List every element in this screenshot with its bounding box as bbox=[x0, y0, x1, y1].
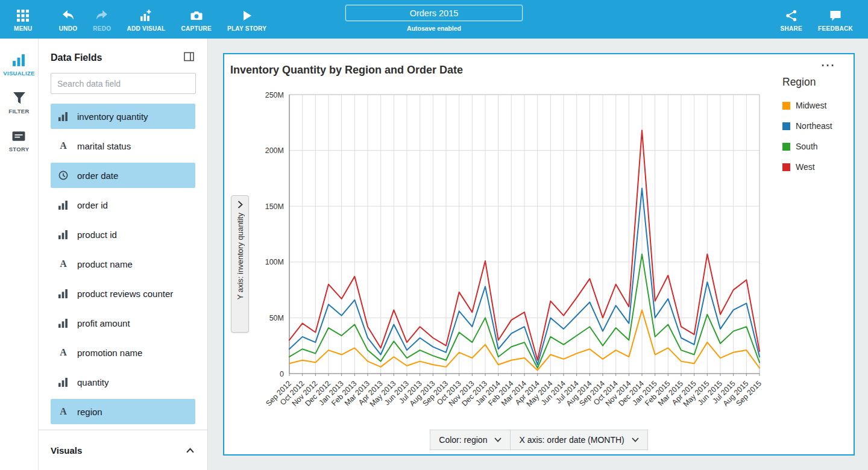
metric-icon bbox=[51, 378, 72, 387]
field-row[interactable]: A region bbox=[51, 399, 195, 424]
undo-button[interactable]: UNDO bbox=[51, 4, 86, 36]
filter-funnel-icon bbox=[13, 92, 26, 104]
play-story-label: PLAY STORY bbox=[227, 25, 266, 32]
field-row[interactable]: product reviews counter bbox=[51, 281, 195, 306]
color-field-dropdown[interactable]: Color: region bbox=[430, 430, 511, 450]
autosave-status: Autosave enabled bbox=[407, 25, 461, 32]
menu-button[interactable]: MENU bbox=[6, 4, 40, 36]
svg-text:250M: 250M bbox=[265, 91, 284, 99]
add-visual-icon bbox=[140, 10, 152, 22]
date-icon bbox=[51, 171, 72, 180]
data-fields-title: Data Fields bbox=[51, 52, 102, 63]
collapse-panel-button[interactable] bbox=[183, 51, 195, 64]
x-axis-field-dropdown[interactable]: X axis: order date (MONTH) bbox=[511, 430, 647, 450]
quicksight-app: MENU UNDO REDO ADD VISUAL bbox=[0, 0, 868, 470]
left-nav-rail: VISUALIZE FILTER STORY bbox=[0, 39, 39, 470]
share-icon bbox=[785, 10, 797, 22]
chevron-up-icon bbox=[186, 448, 194, 453]
legend-item[interactable]: Midwest bbox=[782, 101, 832, 110]
metric-icon bbox=[51, 319, 72, 328]
menu-grid-icon bbox=[17, 10, 29, 22]
legend-title: Region bbox=[782, 76, 832, 89]
field-row[interactable]: product id bbox=[51, 222, 195, 247]
story-label: STORY bbox=[9, 146, 30, 152]
undo-icon bbox=[62, 10, 74, 22]
visual-controls: Color: region X axis: order date (MONTH) bbox=[224, 430, 854, 450]
search-data-field-input[interactable] bbox=[51, 73, 196, 94]
chevron-down-icon bbox=[494, 437, 502, 442]
visuals-section-header[interactable]: Visuals bbox=[39, 430, 207, 470]
svg-text:50M: 50M bbox=[269, 314, 284, 322]
field-row[interactable]: A product name bbox=[51, 251, 195, 277]
redo-label: REDO bbox=[93, 25, 111, 32]
svg-text:0: 0 bbox=[280, 370, 284, 378]
metric-icon bbox=[51, 112, 72, 121]
visual-card[interactable]: Inventory Quantity by Region and Order D… bbox=[223, 53, 855, 456]
story-board-icon bbox=[12, 130, 25, 142]
redo-icon bbox=[96, 10, 108, 22]
legend-swatch-south bbox=[782, 143, 790, 151]
tab-story[interactable]: STORY bbox=[9, 130, 30, 152]
play-story-button[interactable]: PLAY STORY bbox=[219, 4, 274, 36]
capture-button[interactable]: CAPTURE bbox=[174, 4, 219, 36]
field-row[interactable]: inventory quantity bbox=[51, 104, 195, 129]
redo-button[interactable]: REDO bbox=[85, 4, 119, 36]
field-row[interactable]: profit amount bbox=[51, 310, 195, 336]
text-icon: A bbox=[51, 407, 72, 416]
legend-item[interactable]: South bbox=[782, 142, 832, 151]
tab-filter[interactable]: FILTER bbox=[8, 92, 29, 114]
legend-swatch-midwest bbox=[782, 102, 790, 110]
legend-swatch-west bbox=[782, 163, 790, 171]
y-axis-tab-label: Y axis: inventory quantity bbox=[236, 213, 245, 299]
menu-label: MENU bbox=[14, 25, 33, 32]
visualize-label: VISUALIZE bbox=[3, 70, 34, 77]
text-icon: A bbox=[51, 141, 72, 151]
legend-item[interactable]: Northeast bbox=[782, 121, 832, 131]
legend-item[interactable]: West bbox=[782, 162, 832, 172]
topbar-center: Orders 2015 Autosave enabled bbox=[345, 5, 523, 32]
y-axis-expander[interactable]: Y axis: inventory quantity bbox=[231, 195, 249, 333]
data-fields-panel: Data Fields inventory quantity A marital… bbox=[39, 39, 208, 470]
feedback-bubble-icon bbox=[829, 10, 841, 22]
field-row[interactable]: A marital status bbox=[51, 133, 195, 158]
field-row[interactable]: A promotion name bbox=[51, 340, 195, 365]
feedback-label: FEEDBACK bbox=[818, 25, 853, 32]
sheet-canvas: Inventory Quantity by Region and Order D… bbox=[208, 39, 868, 470]
collapse-panel-icon bbox=[184, 52, 194, 61]
topbar-left-group: MENU UNDO REDO ADD VISUAL bbox=[0, 4, 274, 36]
metric-icon bbox=[51, 289, 72, 298]
text-icon: A bbox=[51, 259, 72, 269]
share-label: SHARE bbox=[781, 25, 803, 32]
metric-icon bbox=[51, 230, 72, 239]
field-list: inventory quantity A marital status orde… bbox=[39, 104, 207, 424]
filter-label: FILTER bbox=[8, 108, 29, 114]
topbar-right-group: SHARE FEEDBACK bbox=[773, 4, 868, 36]
feedback-button[interactable]: FEEDBACK bbox=[810, 4, 861, 36]
share-button[interactable]: SHARE bbox=[773, 4, 811, 36]
svg-text:100M: 100M bbox=[265, 258, 284, 266]
visual-title: Inventory Quantity by Region and Order D… bbox=[230, 64, 463, 77]
sheet-title-input[interactable]: Orders 2015 bbox=[345, 5, 523, 21]
text-icon: A bbox=[51, 348, 72, 357]
topbar: MENU UNDO REDO ADD VISUAL bbox=[0, 0, 868, 39]
chevron-down-icon bbox=[632, 437, 639, 442]
field-row[interactable]: order date bbox=[51, 163, 195, 188]
field-row[interactable]: order id bbox=[51, 192, 195, 218]
field-row[interactable]: quantity bbox=[51, 369, 195, 395]
metric-icon bbox=[51, 201, 72, 210]
add-visual-button[interactable]: ADD VISUAL bbox=[119, 4, 173, 36]
legend-swatch-northeast bbox=[782, 122, 790, 130]
play-icon bbox=[241, 10, 253, 22]
visualize-bars-icon bbox=[12, 54, 25, 66]
capture-label: CAPTURE bbox=[181, 25, 212, 32]
chevron-right-icon bbox=[237, 201, 243, 208]
svg-text:150M: 150M bbox=[265, 202, 284, 211]
svg-text:200M: 200M bbox=[265, 146, 284, 155]
tab-visualize[interactable]: VISUALIZE bbox=[3, 54, 34, 77]
undo-label: UNDO bbox=[59, 25, 78, 32]
visual-more-menu-button[interactable]: ⋯ bbox=[818, 55, 838, 75]
add-visual-label: ADD VISUAL bbox=[127, 25, 165, 32]
capture-camera-icon bbox=[190, 10, 203, 22]
legend: Region Midwest Northeast South bbox=[782, 76, 832, 183]
line-chart[interactable]: 050M100M150M200M250MSep 2012Oct 2012Nov … bbox=[247, 83, 778, 439]
